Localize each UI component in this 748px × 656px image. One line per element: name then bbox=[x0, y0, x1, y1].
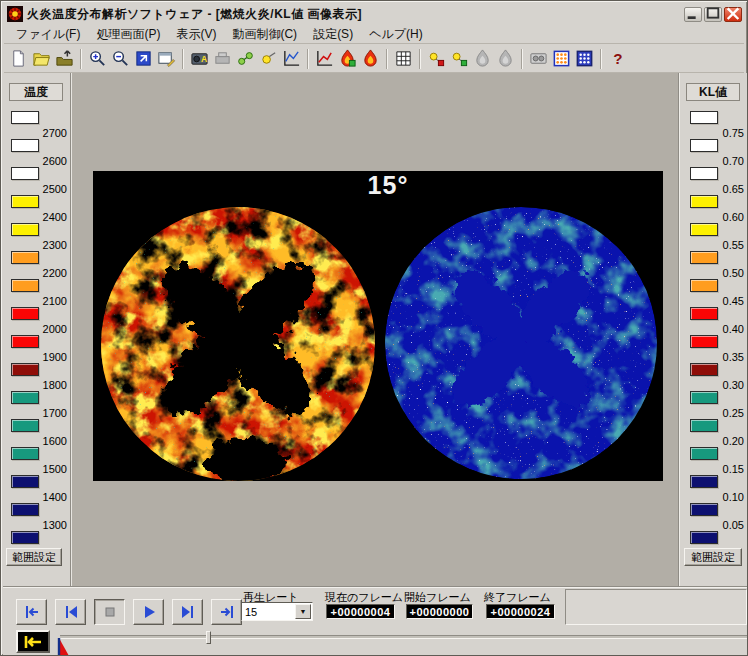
temperature-swatch-8 bbox=[11, 335, 39, 348]
kl-swatch-13 bbox=[690, 475, 718, 488]
temperature-tick-label: 1700 bbox=[41, 408, 67, 419]
node-yellow-icon[interactable] bbox=[257, 47, 280, 70]
flame-gray2-icon[interactable] bbox=[494, 47, 517, 70]
work-area: 温度 範囲設定 27002600250024002300220021002000… bbox=[3, 73, 747, 586]
node-red-icon[interactable] bbox=[425, 47, 448, 70]
temperature-tick-label: 2000 bbox=[41, 324, 67, 335]
toolbar-separator bbox=[521, 49, 523, 69]
kl-tick-label: 0.75 bbox=[718, 128, 744, 139]
new-file-icon[interactable] bbox=[7, 47, 30, 70]
chevron-down-icon[interactable]: ▼ bbox=[295, 604, 311, 619]
menu-item-settings[interactable]: 設定(S) bbox=[305, 24, 361, 45]
temperature-swatch-14 bbox=[11, 503, 39, 516]
seek-row bbox=[3, 628, 747, 655]
kl-tick-label: 0.45 bbox=[718, 296, 744, 307]
menu-item-help[interactable]: ヘルプ(H) bbox=[361, 24, 431, 45]
play-button[interactable] bbox=[133, 599, 164, 625]
temperature-tick-label: 1600 bbox=[41, 436, 67, 447]
kl-legend-panel: KL値 範囲設定 0.750.700.650.600.550.500.450.4… bbox=[679, 73, 747, 586]
flame-visualization bbox=[93, 171, 663, 481]
kl-swatch-5 bbox=[690, 251, 718, 264]
seek-slider-thumb[interactable] bbox=[206, 631, 211, 644]
kl-swatch-12 bbox=[690, 447, 718, 460]
temperature-tick-label: 2300 bbox=[41, 240, 67, 251]
kl-tick-label: 0.40 bbox=[718, 324, 744, 335]
grid-icon[interactable] bbox=[392, 47, 415, 70]
svg-text:?: ? bbox=[613, 50, 622, 67]
close-button[interactable] bbox=[724, 7, 742, 22]
transport-bar: 再生レート 15 ▼ 現在のフレーム+00000004開始フレーム+000000… bbox=[3, 586, 747, 628]
toolbar-separator bbox=[80, 49, 82, 69]
menu-item-process-screen[interactable]: 処理画面(P) bbox=[88, 24, 168, 45]
kl-tick-label: 0.55 bbox=[718, 240, 744, 251]
kl-swatch-1 bbox=[690, 139, 718, 152]
stop-button[interactable] bbox=[94, 599, 125, 625]
save-folder-icon[interactable] bbox=[53, 47, 76, 70]
camera-a-icon[interactable]: A bbox=[188, 47, 211, 70]
jump-first-button[interactable] bbox=[16, 599, 47, 625]
temperature-swatch-2 bbox=[11, 167, 39, 180]
next-frame-button[interactable] bbox=[172, 599, 203, 625]
maximize-button[interactable] bbox=[704, 7, 722, 22]
menu-item-view[interactable]: 表示(V) bbox=[168, 24, 224, 45]
seek-slider-track[interactable] bbox=[60, 635, 747, 639]
kl-swatch-2 bbox=[690, 167, 718, 180]
app-flame-icon bbox=[7, 6, 23, 22]
toolbar-separator bbox=[182, 49, 184, 69]
flame-green-icon[interactable] bbox=[336, 47, 359, 70]
kl-swatch-11 bbox=[690, 419, 718, 432]
jump-to-start-button[interactable] bbox=[16, 630, 50, 653]
flame-red-icon[interactable] bbox=[359, 47, 382, 70]
temperature-tick-label: 1300 bbox=[41, 520, 67, 531]
edit-window-icon[interactable] bbox=[155, 47, 178, 70]
title-bar[interactable]: 火炎温度分布解析ソフトウェア - [燃焼火炎/KL値 画像表示] bbox=[4, 4, 744, 24]
temperature-header: 温度 bbox=[9, 83, 63, 101]
temperature-tick-label: 1900 bbox=[41, 352, 67, 363]
rate-dropdown[interactable]: 15 ▼ bbox=[241, 602, 313, 621]
kl-swatch-6 bbox=[690, 279, 718, 292]
help-icon[interactable]: ? bbox=[606, 47, 629, 70]
matrix-orange-icon[interactable] bbox=[550, 47, 573, 70]
minimize-button[interactable] bbox=[684, 7, 702, 22]
kl-swatch-3 bbox=[690, 195, 718, 208]
temperature-swatch-11 bbox=[11, 419, 39, 432]
expand-view-icon[interactable] bbox=[132, 47, 155, 70]
kl-range-button[interactable]: 範囲設定 bbox=[684, 548, 742, 566]
status-panel bbox=[565, 589, 747, 625]
graph-red-icon[interactable] bbox=[313, 47, 336, 70]
graph-icon[interactable] bbox=[280, 47, 303, 70]
temperature-tick-label: 2100 bbox=[41, 296, 67, 307]
temperature-swatch-13 bbox=[11, 475, 39, 488]
temperature-tick-label: 1800 bbox=[41, 380, 67, 391]
zoom-in-icon[interactable] bbox=[86, 47, 109, 70]
open-folder-icon[interactable] bbox=[30, 47, 53, 70]
film-icon[interactable] bbox=[527, 47, 550, 70]
jump-last-button[interactable] bbox=[211, 599, 242, 625]
menu-item-file[interactable]: ファイル(F) bbox=[8, 24, 88, 45]
mouse-cursor-icon bbox=[56, 637, 71, 656]
print-gray-icon[interactable] bbox=[211, 47, 234, 70]
matrix-white-icon[interactable] bbox=[573, 47, 596, 70]
kl-swatch-15 bbox=[690, 531, 718, 544]
temperature-tick-label: 2500 bbox=[41, 184, 67, 195]
temperature-swatch-6 bbox=[11, 279, 39, 292]
temperature-swatch-7 bbox=[11, 307, 39, 320]
flame-gray-icon[interactable] bbox=[471, 47, 494, 70]
temperature-swatch-15 bbox=[11, 531, 39, 544]
kl-tick-label: 0.30 bbox=[718, 380, 744, 391]
toolbar: A? bbox=[4, 45, 744, 73]
temperature-range-button[interactable]: 範囲設定 bbox=[6, 548, 62, 566]
temperature-tick-label: 2400 bbox=[41, 212, 67, 223]
kl-tick-label: 0.50 bbox=[718, 268, 744, 279]
spray-angle-label: 15° bbox=[348, 171, 428, 203]
node-green-icon[interactable] bbox=[448, 47, 471, 70]
menu-item-movie-control[interactable]: 動画制御(C) bbox=[224, 24, 305, 45]
zoom-out-icon[interactable] bbox=[109, 47, 132, 70]
prev-frame-button[interactable] bbox=[55, 599, 86, 625]
svg-text:A: A bbox=[201, 54, 207, 64]
kl-header: KL値 bbox=[686, 83, 740, 101]
start-frame-label: 開始フレーム bbox=[404, 590, 471, 605]
kl-swatch-7 bbox=[690, 307, 718, 320]
kl-swatch-0 bbox=[690, 111, 718, 124]
link-green-icon[interactable] bbox=[234, 47, 257, 70]
